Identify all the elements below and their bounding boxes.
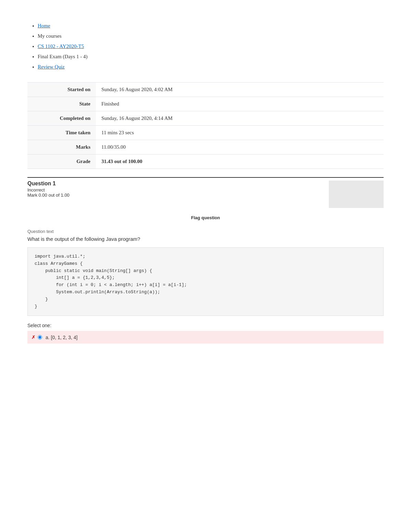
summary-label: Completed on [27,111,96,126]
summary-row: Completed onSunday, 16 August 2020, 4:14… [27,111,384,126]
summary-label: State [27,97,96,111]
question-header: Question 1 Incorrect Mark 0.00 out of 1.… [27,177,384,208]
summary-label: Grade [27,154,96,169]
summary-value: 11.00/35.00 [96,140,384,154]
question-score-box [329,181,384,208]
breadcrumb-link[interactable]: Home [38,23,50,28]
select-label: Select one: [27,323,384,328]
breadcrumb: HomeMy coursesCS 1102 - AY2020-T5Final E… [27,21,384,72]
question-header-left: Question 1 Incorrect Mark 0.00 out of 1.… [27,181,323,198]
answer-option[interactable]: ✗a. [0, 1, 2, 3, 4] [27,331,384,344]
breadcrumb-item: Final Exam (Days 1 - 4) [38,51,384,62]
flag-area[interactable]: Flag question [27,212,384,223]
summary-value: Finished [96,97,384,111]
summary-row: Marks11.00/35.00 [27,140,384,154]
answer-options-container: ✗a. [0, 1, 2, 3, 4] [27,331,384,344]
summary-row: StateFinished [27,97,384,111]
breadcrumb-link[interactable]: Review Quiz [38,64,65,70]
breadcrumb-item[interactable]: CS 1102 - AY2020-T5 [38,41,384,51]
question-block: Question 1 Incorrect Mark 0.00 out of 1.… [27,177,384,344]
answer-option-text: a. [0, 1, 2, 3, 4] [46,335,77,340]
breadcrumb-item: My courses [38,31,384,41]
page-container: HomeMy coursesCS 1102 - AY2020-T5Final E… [0,0,411,364]
summary-row: Grade31.43 out of 100.00 [27,154,384,169]
breadcrumb-link[interactable]: CS 1102 - AY2020-T5 [38,44,84,49]
question-text-label: Question text [27,229,384,234]
incorrect-icon: ✗ [32,334,36,340]
code-block: import java.util.*; class ArrayGames { p… [27,247,384,316]
breadcrumb-item[interactable]: Review Quiz [38,62,384,72]
breadcrumb-item[interactable]: Home [38,21,384,31]
question-mark: Mark 0.00 out of 1.00 [27,193,323,198]
summary-label: Started on [27,83,96,97]
answer-radio[interactable] [38,335,42,339]
flag-question-button[interactable]: Flag question [191,215,220,220]
summary-label: Marks [27,140,96,154]
summary-label: Time taken [27,126,96,140]
summary-value: 11 mins 23 secs [96,126,384,140]
question-title: Question 1 [27,181,323,187]
summary-row: Started onSunday, 16 August 2020, 4:02 A… [27,83,384,97]
question-status: Incorrect [27,187,323,193]
summary-table: Started onSunday, 16 August 2020, 4:02 A… [27,82,384,169]
question-text: What is the output of the following Java… [27,236,384,242]
summary-row: Time taken11 mins 23 secs [27,126,384,140]
summary-value: 31.43 out of 100.00 [96,154,384,169]
summary-value: Sunday, 16 August 2020, 4:14 AM [96,111,384,126]
summary-value: Sunday, 16 August 2020, 4:02 AM [96,83,384,97]
